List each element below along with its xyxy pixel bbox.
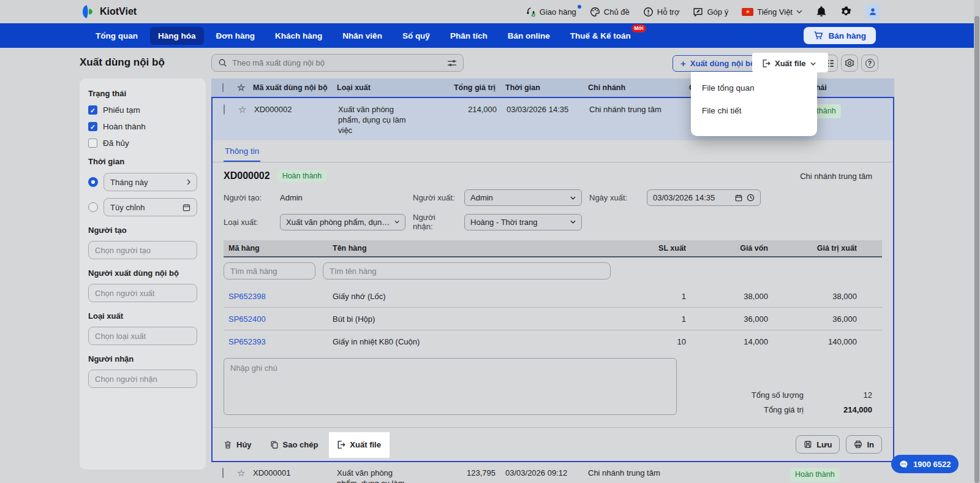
time-filter-title: Thời gian (88, 157, 197, 166)
help-button[interactable]: ? (861, 55, 878, 72)
page-title: Xuất dùng nội bộ (80, 56, 165, 69)
total-value-value: 214,000 (804, 405, 872, 414)
chat-bubble-icon (899, 460, 908, 469)
feedback-label: Góp ý (707, 7, 728, 17)
user-avatar[interactable] (865, 4, 881, 20)
items-table: Mã hàng Tên hàng SL xuất Giá vốn Giá trị… (224, 240, 882, 353)
receiver-filter-input[interactable] (88, 370, 197, 388)
scrollbar-thumb[interactable] (974, 16, 979, 483)
nav-tab-hang-hoa[interactable]: Hàng hóa (150, 27, 204, 45)
language-selector[interactable]: ★ Tiếng Việt (742, 7, 802, 17)
row-checkbox[interactable] (224, 104, 225, 115)
support-phone: 1900 6522 (913, 460, 951, 469)
row-checkbox[interactable] (222, 468, 224, 478)
exporter-select[interactable]: Admin (464, 189, 582, 206)
status-option-da-huy[interactable]: Đã hủy (88, 139, 197, 148)
item-code-link[interactable]: SP652393 (224, 337, 328, 346)
export-type-select[interactable]: Xuất văn phòng phẩm, dụng cụ... (280, 214, 405, 230)
status-option-phieu-tam[interactable]: ✓ Phiếu tạm (88, 105, 197, 115)
col-header-time[interactable]: Thời gian (500, 83, 583, 92)
settings-button[interactable] (841, 55, 858, 72)
time-preset-select[interactable]: Tháng này (104, 173, 197, 191)
save-button[interactable]: Lưu (796, 435, 840, 454)
bell-icon[interactable] (816, 6, 827, 17)
item-row[interactable]: SP652398 Giấy nhớ (Lốc) 1 38,000 38,000 (224, 285, 882, 308)
tab-thong-tin[interactable]: Thông tin (224, 146, 260, 162)
nav-tab-tong-quan[interactable]: Tổng quan (88, 27, 146, 45)
delivery-label: Giao hàng (540, 7, 576, 17)
delivery-menu[interactable]: Giao hàng (526, 7, 576, 17)
time-custom-value: Tùy chỉnh (110, 203, 145, 212)
time-preset-value: Tháng này (110, 178, 148, 187)
cart-icon (813, 31, 823, 40)
item-code-search-input[interactable] (224, 262, 315, 280)
gear-icon[interactable] (840, 6, 851, 17)
menu-item-file-chi-tiet[interactable]: File chi tiết (691, 99, 817, 122)
receiver-select[interactable]: Hoàng - Thời trang (464, 214, 582, 230)
nav-tab-ban-online[interactable]: Bán online (500, 27, 558, 45)
print-button[interactable]: In (846, 435, 882, 454)
col-header-type[interactable]: Loại xuất (332, 83, 412, 92)
table-row-xd000001[interactable]: ☆ XD000001 Xuất văn phòng phẩm, dụng cụ … (211, 462, 894, 483)
row-total: 123,795 (412, 468, 500, 478)
internal-export-table: ☆ Mã xuất dùng nội bộ Loại xuất Tổng giá… (211, 78, 894, 483)
save-icon (804, 440, 812, 449)
exporter-filter-input[interactable] (88, 284, 197, 302)
checkbox-unchecked-icon[interactable] (88, 139, 97, 148)
calendar-icon[interactable] (735, 194, 742, 202)
menu-item-file-tong-quan[interactable]: File tổng quan (691, 77, 817, 99)
sell-button[interactable]: Bán hàng (804, 27, 876, 44)
select-all-checkbox[interactable] (222, 83, 224, 92)
nav-tab-khach-hang[interactable]: Khách hàng (267, 27, 330, 45)
col-header-total[interactable]: Tổng giá trị (412, 83, 500, 92)
row-type: Xuất văn phòng phẩm, dụng cụ làm việc (337, 468, 407, 483)
advanced-filter-icon[interactable] (447, 59, 457, 67)
print-label: In (867, 440, 874, 449)
cancel-button[interactable]: Hủy (224, 440, 252, 449)
nav-tab-phan-tich[interactable]: Phân tích (442, 27, 496, 45)
item-col-name: Tên hàng (328, 244, 617, 253)
support-chat-button[interactable]: 1900 6522 (891, 455, 959, 473)
nav-tab-don-hang[interactable]: Đơn hàng (208, 27, 263, 45)
export-file-dropdown: File tổng quan File chi tiết (691, 72, 817, 136)
feedback-menu[interactable]: Góp ý (693, 7, 728, 17)
item-code-link[interactable]: SP652398 (224, 292, 328, 301)
row-total: 214,000 (413, 104, 502, 115)
creator-filter-input[interactable] (88, 241, 197, 259)
star-icon[interactable]: ☆ (237, 82, 245, 93)
checkbox-checked-icon[interactable]: ✓ (88, 122, 97, 131)
clock-icon[interactable] (747, 194, 755, 202)
star-icon[interactable]: ☆ (237, 468, 245, 478)
export-type-filter-input[interactable] (88, 327, 197, 345)
time-preset-row[interactable]: Tháng này (88, 173, 197, 191)
nav-tab-so-quy[interactable]: Sổ quỹ (394, 27, 438, 45)
radio-unselected-icon[interactable] (88, 202, 98, 212)
add-internal-export-button[interactable]: + Xuất dùng nội bộ (673, 55, 763, 72)
copy-button[interactable]: Sao chép (270, 440, 318, 449)
nav-tab-thue-ke-toan[interactable]: Thuế & Kế toán Mới (562, 27, 639, 45)
detail-export-label: Xuất file (350, 440, 381, 449)
item-row[interactable]: SP652400 Bút bi (Hộp) 1 36,000 36,000 (224, 308, 882, 330)
star-icon[interactable]: ☆ (238, 104, 246, 115)
col-header-branch[interactable]: Chi nhánh (583, 83, 684, 92)
status-option-hoan-thanh[interactable]: ✓ Hoàn thành (88, 122, 197, 131)
item-name-search-input[interactable] (323, 262, 611, 280)
item-row[interactable]: SP652393 Giấy in nhiệt K80 (Cuộn) 10 14,… (224, 330, 882, 353)
nav-tab-nhan-vien[interactable]: Nhân viên (334, 27, 390, 45)
support-menu[interactable]: Hỗ trợ (643, 7, 680, 17)
search-input[interactable] (232, 58, 442, 67)
trash-icon (224, 440, 232, 449)
time-custom-row[interactable]: Tùy chỉnh (88, 198, 197, 216)
theme-menu[interactable]: Chủ đề (590, 7, 630, 17)
col-header-code[interactable]: Mã xuất dùng nội bộ (248, 83, 332, 92)
time-custom-select[interactable]: Tùy chỉnh (104, 198, 197, 216)
checkbox-checked-icon[interactable]: ✓ (88, 105, 97, 115)
item-code-link[interactable]: SP652400 (224, 314, 328, 324)
export-file-button[interactable]: Xuất file (755, 55, 823, 72)
radio-selected-icon[interactable] (88, 177, 98, 187)
item-name: Bút bi (Hộp) (328, 314, 617, 324)
note-textarea[interactable] (224, 358, 677, 415)
export-date-input[interactable]: 03/03/2026 14:35 (647, 189, 761, 206)
scrollbar-track[interactable] (974, 0, 980, 483)
detail-export-file-button[interactable]: Xuất file (336, 440, 381, 449)
